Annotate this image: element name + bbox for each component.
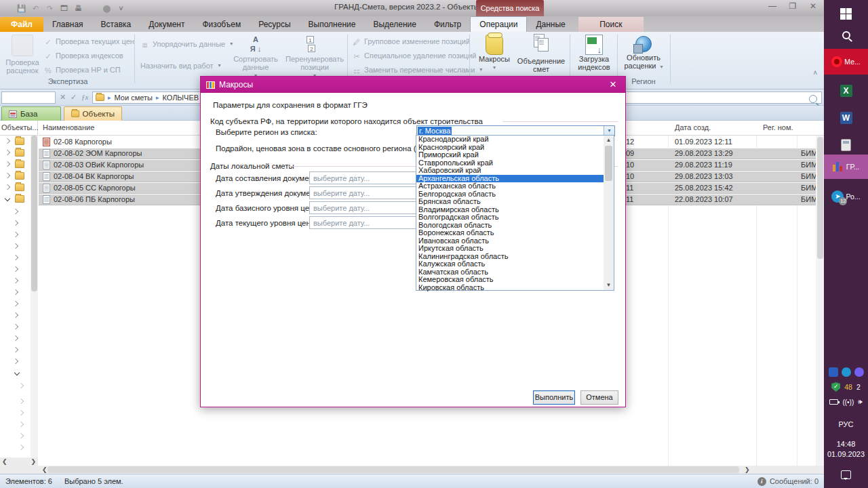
run-button[interactable]: Выполнить: [533, 390, 575, 405]
tab-resources[interactable]: Ресурсы: [250, 17, 299, 32]
minimize-button[interactable]: —: [767, 1, 778, 11]
dialog-close-icon[interactable]: ✕: [608, 79, 618, 89]
viber-icon[interactable]: [854, 367, 864, 377]
maximize-button[interactable]: ❐: [787, 1, 798, 11]
chevron-right-icon[interactable]: [13, 266, 18, 272]
search-icon[interactable]: [809, 95, 817, 103]
date-base-field[interactable]: выберите дату...: [309, 201, 418, 214]
ribbon-collapse-icon[interactable]: ˄: [813, 69, 817, 77]
chevron-right-icon[interactable]: [13, 232, 18, 237]
chevron-right-icon[interactable]: [13, 278, 18, 283]
undo-icon[interactable]: ↶ ˅: [30, 3, 41, 14]
tree-horizontal-scrollbar[interactable]: ❮ ❯: [0, 458, 38, 466]
tab-search[interactable]: Поиск: [578, 17, 644, 32]
status-messages[interactable]: Сообщений: 0: [770, 477, 818, 485]
tab-objects[interactable]: Объекты: [64, 106, 122, 121]
clock-date[interactable]: 01.09.2023: [824, 449, 868, 459]
region-option[interactable]: Красноярский край: [416, 144, 614, 152]
region-option[interactable]: Кировская область: [416, 284, 614, 292]
language-indicator[interactable]: РУС: [824, 419, 868, 430]
chevron-right-icon[interactable]: [13, 220, 18, 226]
scroll-down-icon[interactable]: ▼: [604, 281, 614, 290]
taskbar-opera-button[interactable]: Ме...: [824, 49, 868, 75]
chevron-right-icon[interactable]: [5, 150, 10, 155]
chevron-right-icon[interactable]: [13, 289, 18, 295]
region-option[interactable]: Астраханская область: [416, 182, 614, 190]
tab-execution[interactable]: Выполнение: [300, 17, 365, 32]
chevron-right-icon[interactable]: [13, 209, 18, 214]
group-change-button[interactable]: 🖉Групповое изменение позиций: [352, 35, 470, 47]
region-option[interactable]: Волгоградская область: [416, 214, 614, 222]
start-button[interactable]: [824, 3, 868, 24]
region-option[interactable]: Калининградская область: [416, 253, 614, 261]
tab-base[interactable]: База: [1, 106, 61, 121]
region-option[interactable]: Камчатская область: [416, 268, 614, 277]
chevron-right-icon[interactable]: [5, 173, 10, 178]
region-option[interactable]: Хабаровский край: [416, 167, 614, 175]
notification-center-button[interactable]: [824, 468, 868, 481]
chevron-right-icon[interactable]: [13, 255, 18, 260]
column-header-reg[interactable]: Рег. ном.: [763, 123, 793, 131]
column-header-created[interactable]: Дата созд.: [675, 123, 711, 131]
scroll-up-icon[interactable]: ▲: [604, 136, 614, 145]
region-option[interactable]: Ивановская область: [416, 237, 614, 245]
breadcrumb-item[interactable]: КОЛЫЧЕВ: [162, 94, 199, 102]
tree-folder-icon[interactable]: [15, 184, 24, 191]
chevron-right-icon[interactable]: [13, 243, 18, 249]
breadcrumb-root[interactable]: Мои сметы: [115, 94, 153, 102]
clock-time[interactable]: 14:48: [824, 439, 868, 449]
region-option[interactable]: Вологодская область: [416, 222, 614, 230]
tab-operations[interactable]: Операции: [470, 16, 527, 32]
tray-app-icon[interactable]: [829, 367, 838, 377]
chevron-right-icon[interactable]: [18, 410, 24, 415]
chevron-down-icon[interactable]: [5, 196, 10, 201]
taskbar-mail-button[interactable]: ➤12 Ро...: [824, 184, 868, 209]
antivirus-shield-icon[interactable]: ✓: [831, 382, 840, 392]
dropdown-scrollbar[interactable]: ▲ ▼: [604, 136, 614, 290]
scroll-right-icon[interactable]: ❯: [31, 458, 36, 465]
region-option[interactable]: Приморский край: [416, 151, 614, 159]
tab-file[interactable]: Файл: [0, 17, 43, 32]
taskbar-word-button[interactable]: W: [824, 107, 868, 129]
chevron-right-icon[interactable]: [13, 347, 18, 352]
tab-home[interactable]: Главная: [43, 17, 92, 32]
tab-physvol[interactable]: Физобъем: [193, 17, 250, 32]
taskbar-excel-button[interactable]: X: [824, 80, 868, 102]
scroll-right-icon[interactable]: ❯: [745, 466, 750, 473]
tab-document[interactable]: Документ: [140, 17, 193, 32]
date-approve-field[interactable]: выберите дату...: [309, 186, 418, 199]
tab-filter[interactable]: Фильтр: [425, 17, 470, 32]
horizontal-scrollbar[interactable]: ❮ ❯: [0, 466, 824, 474]
region-option-selected[interactable]: Архангельская область: [416, 175, 614, 183]
qat-customize-icon[interactable]: ˅: [115, 3, 127, 14]
accept-formula-icon[interactable]: ✓: [71, 93, 77, 102]
taskbar-search-button[interactable]: [824, 26, 868, 45]
fx-icon[interactable]: ƒx: [81, 93, 88, 101]
redo-icon[interactable]: ↷ ˅: [44, 3, 56, 14]
tray-count-48[interactable]: 48: [844, 383, 852, 391]
tree-folder-icon[interactable]: [15, 138, 24, 145]
chevron-right-icon[interactable]: [13, 336, 18, 341]
region-option[interactable]: Кемеровская область: [416, 276, 614, 284]
region-option[interactable]: Воронежская область: [416, 229, 614, 237]
region-option[interactable]: Владимирская область: [416, 206, 614, 214]
speaker-icon[interactable]: 🕪: [858, 398, 862, 406]
tree-folder-icon[interactable]: [15, 195, 24, 203]
macros-quick-icon[interactable]: [87, 3, 98, 14]
check-indexes-button[interactable]: ✓Проверка индексов: [43, 49, 123, 62]
chevron-right-icon[interactable]: [13, 324, 18, 329]
formula-input[interactable]: [1, 92, 56, 104]
special-delete-button[interactable]: ✂Специальное удаление позиций: [352, 49, 476, 62]
region-option[interactable]: Брянская область: [416, 198, 614, 206]
tray-count-2[interactable]: 2: [856, 383, 861, 391]
tab-data[interactable]: Данные: [527, 17, 574, 32]
table-vertical-scrollbar[interactable]: [816, 136, 824, 466]
chevron-right-icon[interactable]: [18, 433, 24, 439]
taskbar-calculator-button[interactable]: [824, 134, 868, 156]
region-option[interactable]: Иркутская область: [416, 245, 614, 253]
wifi-icon[interactable]: ((•)): [842, 399, 854, 406]
print-preview-icon[interactable]: 🗔: [58, 3, 70, 14]
taskbar-grand-button[interactable]: ГР...: [824, 155, 868, 179]
chevron-right-icon[interactable]: [5, 161, 10, 167]
chevron-right-icon[interactable]: [18, 383, 24, 388]
